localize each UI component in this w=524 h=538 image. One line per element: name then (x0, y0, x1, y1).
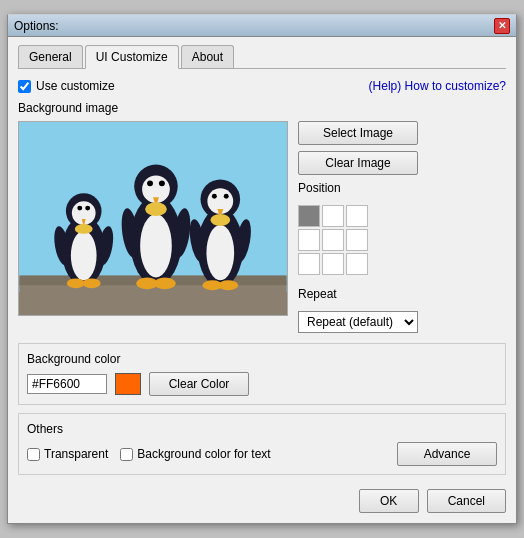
svg-point-21 (145, 202, 167, 216)
bg-color-title: Background color (27, 352, 497, 366)
svg-point-34 (212, 194, 217, 199)
position-grid (298, 205, 418, 275)
repeat-select[interactable]: Repeat (default) No repeat Repeat X Repe… (298, 311, 418, 333)
color-row: Clear Color (27, 372, 497, 396)
image-controls: Select Image Clear Image Position Repeat (298, 121, 418, 333)
position-label: Position (298, 181, 418, 195)
svg-point-11 (85, 206, 90, 211)
svg-point-9 (75, 224, 93, 234)
svg-point-27 (154, 277, 176, 289)
use-customize-checkbox[interactable] (18, 80, 31, 93)
svg-point-33 (210, 214, 230, 226)
others-left: Transparent Background color for text (27, 447, 271, 461)
repeat-label: Repeat (298, 287, 418, 301)
others-row: Transparent Background color for text Ad… (27, 442, 497, 466)
svg-point-35 (224, 194, 229, 199)
others-section: Others Transparent Background color for … (18, 413, 506, 475)
pos-top-right[interactable] (346, 205, 368, 227)
transparent-checkbox[interactable] (27, 448, 40, 461)
others-title: Others (27, 422, 497, 436)
transparent-label: Transparent (27, 447, 108, 461)
color-input[interactable] (27, 374, 107, 394)
use-customize-label: Use customize (36, 79, 115, 93)
bg-image-label: Background image (18, 101, 506, 115)
svg-point-23 (159, 180, 165, 186)
pos-top-left[interactable] (298, 205, 320, 227)
clear-image-button[interactable]: Clear Image (298, 151, 418, 175)
svg-point-17 (140, 214, 172, 277)
svg-point-14 (67, 278, 85, 288)
title-bar: Options: ✕ (8, 15, 516, 37)
pos-bot-left[interactable] (298, 253, 320, 275)
use-customize-row: Use customize (Help) How to customize? (18, 79, 506, 93)
svg-point-15 (83, 278, 101, 288)
cancel-button[interactable]: Cancel (427, 489, 506, 513)
image-preview (18, 121, 288, 316)
svg-point-29 (206, 225, 234, 280)
tab-general[interactable]: General (18, 45, 83, 68)
clear-color-button[interactable]: Clear Color (149, 372, 249, 396)
ok-button[interactable]: OK (359, 489, 419, 513)
svg-point-10 (77, 206, 82, 211)
advance-button[interactable]: Advance (397, 442, 497, 466)
help-link[interactable]: (Help) How to customize? (369, 79, 506, 93)
pos-bot-center[interactable] (322, 253, 344, 275)
color-swatch[interactable] (115, 373, 141, 395)
use-customize-left: Use customize (18, 79, 115, 93)
svg-point-22 (147, 180, 153, 186)
close-button[interactable]: ✕ (494, 18, 510, 34)
bg-color-section: Background color Clear Color (18, 343, 506, 405)
penguin-image (19, 122, 287, 315)
pos-bot-right[interactable] (346, 253, 368, 275)
options-dialog: Options: ✕ General UI Customize About Us… (7, 14, 517, 524)
window-title: Options: (14, 19, 59, 33)
svg-point-39 (218, 280, 238, 290)
bg-image-section: Select Image Clear Image Position Repeat (18, 121, 506, 333)
pos-mid-left[interactable] (298, 229, 320, 251)
tab-ui-customize[interactable]: UI Customize (85, 45, 179, 69)
window-content: General UI Customize About Use customize… (8, 37, 516, 523)
dialog-buttons: OK Cancel (18, 485, 506, 513)
select-image-button[interactable]: Select Image (298, 121, 418, 145)
bg-color-text-label: Background color for text (120, 447, 270, 461)
bg-color-text-checkbox[interactable] (120, 448, 133, 461)
svg-point-5 (71, 231, 97, 280)
pos-mid-center[interactable] (322, 229, 344, 251)
pos-mid-right[interactable] (346, 229, 368, 251)
pos-top-center[interactable] (322, 205, 344, 227)
tab-about[interactable]: About (181, 45, 234, 68)
tab-bar: General UI Customize About (18, 45, 506, 69)
